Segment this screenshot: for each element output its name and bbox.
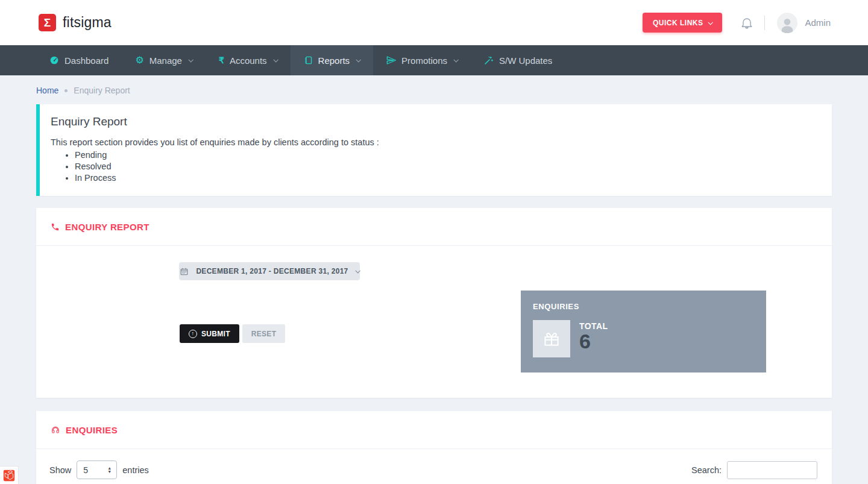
- chevron-down-icon: [708, 20, 713, 25]
- main-nav: Dashboard ⚙ Manage ₹ Accounts Reports Pr…: [0, 45, 868, 75]
- chevron-down-icon: [356, 57, 361, 62]
- status-list-item: Pending: [75, 149, 817, 161]
- date-range-label: DECEMBER 1, 2017 - DECEMBER 31, 2017: [196, 267, 348, 275]
- chevron-down-icon: [453, 57, 458, 62]
- user-name[interactable]: Admin: [805, 17, 831, 28]
- reset-label: RESET: [251, 330, 277, 338]
- enquiries-card-header: ENQUIRIES: [36, 411, 832, 449]
- nav-item-label: Dashboard: [64, 55, 108, 66]
- calendar-icon: [180, 267, 189, 276]
- gift-icon: [541, 328, 562, 349]
- search-group: Search:: [691, 461, 817, 479]
- stat-value: 6: [579, 331, 608, 353]
- table-controls: Show 5 ▲▼ entries Search:: [36, 449, 832, 479]
- enquiries-card: ENQUIRIES Show 5 ▲▼ entries Search:: [36, 411, 832, 484]
- brand-logo[interactable]: Σ fitsigma: [39, 14, 112, 31]
- nav-item-label: Promotions: [401, 55, 447, 66]
- entries-per-page-select[interactable]: 5 ▲▼: [77, 460, 117, 479]
- app-header: Σ fitsigma QUICK LINKS Admin: [0, 0, 868, 45]
- enquiry-report-card-header: ENQUIRY REPORT: [36, 208, 832, 246]
- page-title: Enquiry Report: [51, 115, 817, 128]
- chevron-down-icon: [188, 57, 193, 62]
- show-entries-group: Show 5 ▲▼ entries: [49, 460, 149, 479]
- nav-item-label: Accounts: [230, 55, 267, 66]
- status-list-item: In Process: [75, 172, 817, 184]
- page-content: Home Enquiry Report Enquiry Report This …: [0, 86, 868, 484]
- status-list: Pending Resolved In Process: [51, 149, 817, 184]
- nav-item-dashboard[interactable]: Dashboard: [36, 45, 122, 75]
- user-silhouette-icon: [778, 15, 796, 33]
- headset-icon: [51, 426, 60, 435]
- chevron-down-icon: [273, 57, 278, 62]
- submit-button[interactable]: ↑ SUBMIT: [180, 324, 239, 343]
- select-stepper-icon: ▲▼: [107, 467, 112, 473]
- reset-button[interactable]: RESET: [242, 324, 286, 343]
- nav-item-sw-updates[interactable]: S/W Updates: [471, 45, 565, 75]
- form-buttons: ↑ SUBMIT RESET: [180, 324, 285, 343]
- speedometer-icon: [49, 55, 59, 65]
- nav-item-label: Reports: [318, 55, 350, 66]
- intro-description: This report section provides you list of…: [51, 137, 817, 147]
- header-divider: [764, 16, 765, 30]
- notebook-icon: [304, 55, 313, 65]
- section-title: ENQUIRIES: [66, 425, 118, 435]
- rupee-icon: ₹: [219, 56, 224, 64]
- gear-icon: ⚙: [135, 55, 143, 65]
- arrow-up-circle-icon: ↑: [189, 330, 197, 338]
- brand-name: fitsigma: [63, 14, 112, 31]
- nav-item-manage[interactable]: ⚙ Manage: [122, 45, 206, 75]
- stat-icon-tile: [533, 320, 570, 357]
- avatar[interactable]: [777, 13, 797, 33]
- enquiries-stat-box: ENQUIRIES TOTAL 6: [521, 291, 766, 372]
- phone-icon: [51, 222, 60, 231]
- paper-plane-icon: [386, 55, 396, 65]
- sigma-glyph: Σ: [44, 16, 51, 30]
- header-actions: QUICK LINKS Admin: [643, 13, 831, 33]
- date-range-picker[interactable]: DECEMBER 1, 2017 - DECEMBER 31, 2017: [179, 262, 360, 280]
- breadcrumb-home-link[interactable]: Home: [36, 86, 58, 95]
- nav-item-label: S/W Updates: [499, 55, 552, 66]
- chevron-down-icon: [355, 268, 360, 273]
- sigma-logo-icon: Σ: [39, 14, 56, 31]
- laravel-icon: [3, 470, 15, 482]
- stat-row: TOTAL 6: [533, 320, 754, 357]
- notifications-button[interactable]: [740, 16, 753, 30]
- magic-wand-icon: [484, 55, 494, 65]
- breadcrumb-current: Enquiry Report: [74, 86, 130, 95]
- stat-values: TOTAL 6: [579, 320, 608, 357]
- nav-item-label: Manage: [149, 55, 182, 66]
- breadcrumb: Home Enquiry Report: [36, 86, 832, 95]
- submit-label: SUBMIT: [201, 330, 230, 338]
- section-title: ENQUIRY REPORT: [65, 222, 149, 232]
- debugbar-toggle[interactable]: [0, 466, 19, 484]
- status-list-item: Resolved: [75, 161, 817, 172]
- show-label: Show: [49, 465, 71, 475]
- nav-item-promotions[interactable]: Promotions: [373, 45, 471, 75]
- quick-links-button[interactable]: QUICK LINKS: [643, 13, 723, 33]
- entries-selected-value: 5: [83, 465, 88, 475]
- search-label: Search:: [691, 465, 722, 475]
- enquiry-report-card: ENQUIRY REPORT DECEMBER 1, 2017 - DECEMB…: [36, 208, 832, 398]
- breadcrumb-separator: [64, 89, 68, 92]
- bell-icon: [740, 16, 753, 30]
- quick-links-label: QUICK LINKS: [653, 19, 703, 27]
- intro-card: Enquiry Report This report section provi…: [36, 104, 832, 196]
- nav-item-reports[interactable]: Reports: [291, 45, 374, 75]
- entries-label: entries: [122, 465, 149, 475]
- nav-item-accounts[interactable]: ₹ Accounts: [206, 45, 291, 75]
- enquiry-report-body: DECEMBER 1, 2017 - DECEMBER 31, 2017 ↑ S…: [36, 246, 832, 398]
- search-input[interactable]: [727, 461, 817, 479]
- stat-heading: ENQUIRIES: [533, 302, 754, 311]
